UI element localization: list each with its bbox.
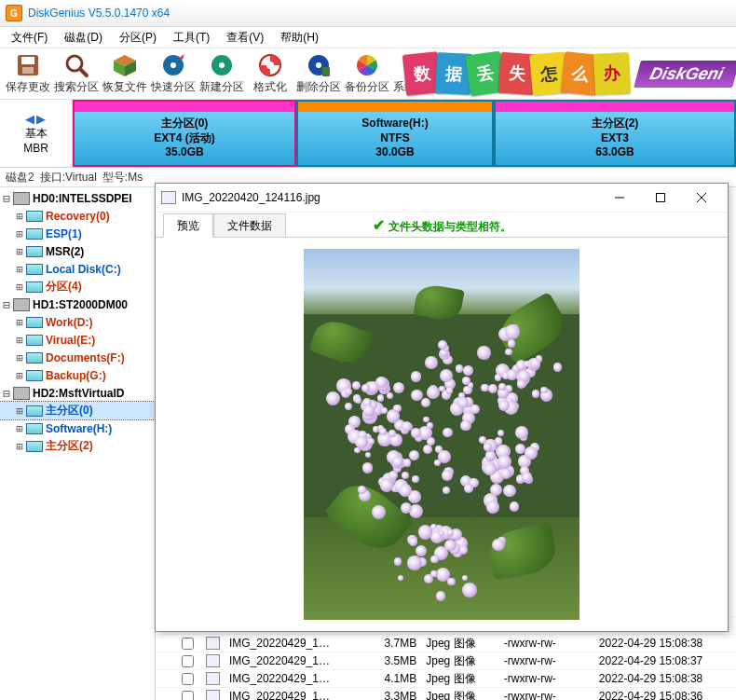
file-checkbox[interactable] bbox=[182, 638, 194, 650]
menu-help[interactable]: 帮助(H) bbox=[273, 28, 326, 48]
tree-partition-node[interactable]: ⊞Work(D:) bbox=[0, 313, 155, 331]
partition-fs: EXT3 bbox=[601, 131, 629, 146]
file-checkbox[interactable] bbox=[182, 655, 194, 667]
partition-block[interactable]: 主分区(0) EXT4 (活动) 35.0GB bbox=[73, 100, 296, 167]
nav-arrows-icon[interactable]: ◀▶ bbox=[25, 112, 48, 126]
partition-fs: EXT4 (活动) bbox=[154, 131, 214, 146]
menu-partition[interactable]: 分区(P) bbox=[112, 28, 164, 48]
expand-toggle-icon[interactable]: ⊟ bbox=[0, 298, 13, 311]
expand-toggle-icon[interactable]: ⊞ bbox=[13, 227, 26, 240]
preview-titlebar[interactable]: IMG_20220420_124116.jpg bbox=[156, 184, 728, 213]
tool-quick-label: 快速分区 bbox=[151, 79, 196, 95]
partition-block[interactable]: 主分区(2) EXT3 63.0GB bbox=[494, 100, 736, 167]
expand-toggle-icon[interactable]: ⊞ bbox=[13, 369, 26, 382]
expand-toggle-icon[interactable]: ⊞ bbox=[13, 422, 26, 435]
minimize-button[interactable] bbox=[599, 185, 640, 211]
svg-rect-20 bbox=[657, 194, 665, 202]
expand-toggle-icon[interactable]: ⊞ bbox=[13, 210, 26, 223]
tool-search-part[interactable]: 搜索分区 bbox=[52, 49, 101, 98]
tool-delete[interactable]: 删除分区 bbox=[294, 49, 343, 98]
menu-view[interactable]: 查看(V) bbox=[219, 28, 271, 48]
tree-partition-node[interactable]: ⊞Backup(G:) bbox=[0, 366, 155, 384]
file-icon bbox=[206, 637, 220, 650]
tree-partition-node[interactable]: ⊞Recovery(0) bbox=[0, 207, 155, 225]
file-row[interactable]: IMG_20220429_1… 3.5MB Jpeg 图像 -rwxrw-rw-… bbox=[156, 652, 736, 669]
tree-partition-label: Virual(E:) bbox=[46, 334, 95, 347]
tab-preview[interactable]: 预览 bbox=[163, 213, 213, 238]
tree-partition-node[interactable]: ⊞分区(4) bbox=[0, 278, 155, 295]
partition-head-stripe bbox=[75, 102, 294, 112]
tree-partition-node[interactable]: ⊞ESP(1) bbox=[0, 225, 155, 242]
file-size: 3.5MB bbox=[367, 654, 416, 667]
tree-partition-label: 分区(4) bbox=[46, 279, 82, 295]
svg-rect-2 bbox=[22, 67, 34, 74]
file-row[interactable]: IMG_20220429_1… 3.3MB Jpeg 图像 -rwxrw-rw-… bbox=[156, 687, 736, 700]
tool-recover[interactable]: 恢复文件 bbox=[101, 49, 149, 98]
expand-toggle-icon[interactable]: ⊟ bbox=[0, 192, 13, 205]
partition-block[interactable]: Software(H:) NTFS 30.0GB bbox=[296, 100, 494, 167]
partition-tree[interactable]: ⊟HD0:INTELSSDPEI⊞Recovery(0)⊞ESP(1)⊞MSR(… bbox=[0, 187, 156, 700]
expand-toggle-icon[interactable]: ⊞ bbox=[13, 316, 26, 329]
partition-icon bbox=[26, 423, 43, 434]
expand-toggle-icon[interactable]: ⊞ bbox=[13, 281, 26, 294]
disk-model: 型号:Ms bbox=[102, 170, 143, 185]
file-row[interactable]: IMG_20220429_1… 3.7MB Jpeg 图像 -rwxrw-rw-… bbox=[156, 634, 736, 652]
tab-file-data[interactable]: 文件数据 bbox=[213, 213, 286, 238]
tree-partition-node[interactable]: ⊞Virual(E:) bbox=[0, 331, 155, 349]
expand-toggle-icon[interactable]: ⊞ bbox=[13, 405, 26, 418]
disk-map-nav: ◀▶ 基本 MBR bbox=[0, 100, 73, 167]
expand-toggle-icon[interactable]: ⊞ bbox=[13, 334, 26, 347]
menu-tools[interactable]: 工具(T) bbox=[166, 28, 217, 48]
partition-icon bbox=[26, 370, 43, 381]
file-checkbox[interactable] bbox=[182, 673, 194, 685]
disk-map: ◀▶ 基本 MBR 主分区(0) EXT4 (活动) 35.0GB Softwa… bbox=[0, 100, 736, 168]
tool-save[interactable]: 保存更改 bbox=[4, 49, 52, 98]
expand-toggle-icon[interactable]: ⊞ bbox=[13, 263, 26, 276]
expand-toggle-icon[interactable]: ⊟ bbox=[0, 387, 13, 400]
partition-icon bbox=[26, 441, 43, 452]
expand-toggle-icon[interactable]: ⊞ bbox=[13, 440, 26, 453]
tool-search-label: 搜索分区 bbox=[54, 79, 99, 95]
partition-name: Software(H:) bbox=[361, 117, 428, 131]
tree-partition-node[interactable]: ⊞主分区(0) bbox=[0, 402, 155, 419]
tool-backup[interactable]: 备份分区 bbox=[343, 49, 391, 98]
tree-disk-node[interactable]: ⊟HD1:ST2000DM00 bbox=[0, 295, 155, 313]
partition-fs: NTFS bbox=[380, 131, 409, 146]
tree-disk-node[interactable]: ⊟HD2:MsftVirtualD bbox=[0, 384, 155, 402]
partition-head-stripe bbox=[298, 102, 492, 112]
tool-new-part[interactable]: 新建分区 bbox=[198, 49, 246, 98]
expand-toggle-icon[interactable]: ⊞ bbox=[13, 245, 26, 258]
file-name: IMG_20220429_1… bbox=[229, 654, 358, 667]
file-type: Jpeg 图像 bbox=[426, 653, 495, 669]
tree-partition-node[interactable]: ⊞主分区(2) bbox=[0, 437, 155, 455]
tree-disk-label: HD0:INTELSSDPEI bbox=[33, 192, 132, 205]
file-icon bbox=[206, 654, 220, 667]
close-button[interactable] bbox=[681, 185, 722, 211]
window-title: DiskGenius V5.5.0.1470 x64 bbox=[28, 7, 170, 20]
maximize-button[interactable] bbox=[640, 185, 681, 211]
file-row[interactable]: IMG_20220429_1… 4.1MB Jpeg 图像 -rwxrw-rw-… bbox=[156, 669, 736, 687]
floppy-icon bbox=[15, 52, 41, 78]
menu-file[interactable]: 文件(F) bbox=[4, 28, 55, 48]
tool-format-label: 格式化 bbox=[253, 79, 287, 95]
tool-quick-part[interactable]: 快速分区 bbox=[149, 49, 198, 98]
tree-partition-node[interactable]: ⊞Software(H:) bbox=[0, 419, 155, 437]
disk-basic-label: 基本 bbox=[25, 126, 48, 142]
lifebuoy-icon bbox=[257, 52, 283, 78]
tree-disk-node[interactable]: ⊟HD0:INTELSSDPEI bbox=[0, 189, 155, 207]
tree-partition-node[interactable]: ⊞MSR(2) bbox=[0, 242, 155, 260]
colorwheel-icon bbox=[354, 52, 380, 78]
tree-disk-label: HD2:MsftVirtualD bbox=[33, 387, 124, 400]
partition-name: 主分区(2) bbox=[592, 117, 639, 131]
tree-partition-node[interactable]: ⊞Local Disk(C:) bbox=[0, 260, 155, 278]
menu-disk[interactable]: 磁盘(D) bbox=[57, 28, 110, 48]
expand-toggle-icon[interactable]: ⊞ bbox=[13, 351, 26, 364]
partition-size: 35.0GB bbox=[165, 145, 203, 160]
tool-format[interactable]: 格式化 bbox=[246, 49, 294, 98]
hdd-icon bbox=[13, 192, 30, 205]
promo-banner: 数 据 丢 失 怎 么 办 DiskGeni bbox=[406, 48, 736, 99]
disk-number: 磁盘2 bbox=[6, 170, 34, 185]
tree-partition-node[interactable]: ⊞Documents(F:) bbox=[0, 349, 155, 366]
file-checkbox[interactable] bbox=[182, 691, 194, 701]
file-perm: -rwxrw-rw- bbox=[504, 690, 590, 700]
